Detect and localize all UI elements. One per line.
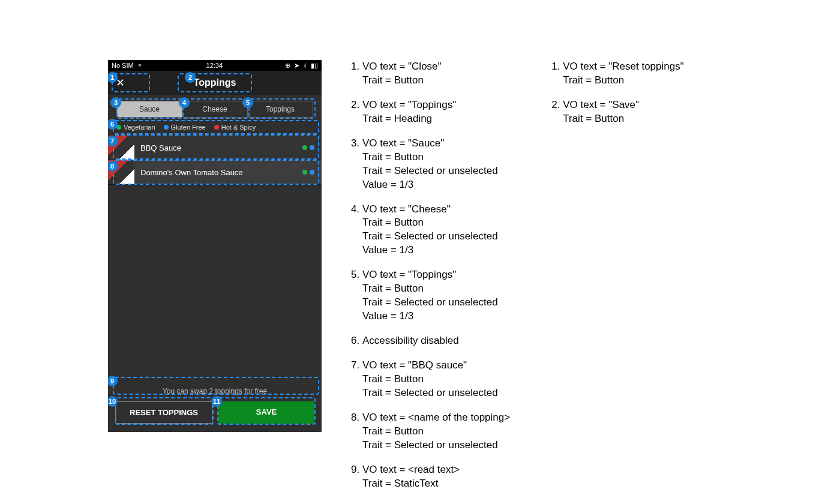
annotation-line: VO text = "Save": [563, 98, 684, 112]
annotation-item: VO text = "Reset toppings"Trait = Button: [563, 60, 684, 88]
callout-badge-2: 2: [185, 72, 196, 83]
annotation-line: VO text = "Toppings": [362, 98, 510, 112]
annotation-line: Trait = Button: [563, 74, 684, 88]
annotation-line: Trait = Selected or unselected: [362, 386, 510, 400]
annotation-line: Trait = Selected or unselected: [362, 230, 510, 244]
carrier-text: No SIM: [112, 62, 134, 69]
annotation-line: Trait = Selected or unselected: [362, 296, 510, 310]
annotation-line: Trait = Button: [362, 282, 510, 296]
annotation-line: Value = 1/3: [362, 310, 510, 323]
annotation-item: VO text = "Toppings"Trait = ButtonTrait …: [362, 268, 510, 323]
annotation-line: VO text = "Cheese": [362, 203, 510, 217]
annotation-line: Trait = Button: [362, 425, 510, 439]
annotation-line: VO text = "Reset toppings": [563, 60, 684, 74]
annotation-line: VO text = <read text>: [362, 463, 510, 477]
annotation-columns: VO text = "Close"Trait = ButtonVO text =…: [346, 60, 684, 501]
battery-icon: ▮▯: [311, 62, 318, 70]
annotation-item: VO text = "Cheese"Trait = ButtonTrait = …: [362, 203, 510, 258]
annotation-line: Trait = Heading: [362, 112, 510, 126]
annotation-item: Accessibility disabled: [362, 334, 510, 348]
annotation-line: Value = 1/3: [362, 178, 510, 192]
annotation-line: Trait = Selected or unselected: [362, 439, 510, 452]
annotation-line: Value = 1/3: [362, 244, 510, 257]
annotation-line: Trait = Selected or unselected: [362, 164, 510, 178]
annotation-line: Trait = Button: [362, 74, 510, 88]
clock: 12:34: [206, 62, 223, 69]
status-bar: No SIM ᯤ 12:34 ⊕ ➤ ᚼ ▮▯: [108, 60, 322, 71]
annotation-line: VO text = "Sauce": [362, 137, 510, 151]
callout-badge-11: 11: [211, 396, 222, 407]
annotation-line: Trait = Button: [362, 151, 510, 164]
annotation-line: Trait = StaticText: [362, 477, 510, 491]
annotation-line: Trait = Button: [362, 216, 510, 230]
annotation-line: VO text = "Toppings": [362, 268, 510, 282]
annotation-item: VO text = "BBQ sauce"Trait = ButtonTrait…: [362, 359, 510, 400]
callout-badge-3: 3: [110, 97, 121, 108]
annotation-item: VO text = <read text>Trait = StaticText: [362, 463, 510, 491]
annotation-item: VO text = "Save"Trait = Button: [563, 98, 684, 126]
annotation-line: Trait = Button: [362, 373, 510, 386]
annotation-item: VO text = "Sauce"Trait = ButtonTrait = S…: [362, 137, 510, 192]
annotation-line: Accessibility disabled: [362, 334, 510, 348]
annotation-item: VO text = "Toppings"Trait = Heading: [362, 98, 510, 126]
location-icon: ➤: [294, 62, 299, 70]
wifi-icon: ᯤ: [137, 62, 144, 69]
annotation-line: Trait = Button: [563, 112, 684, 126]
alarm-icon: ⊕: [285, 62, 290, 70]
annotation-line: VO text = "Close": [362, 60, 510, 74]
callout-badge-5: 5: [242, 97, 253, 108]
annotation-item: VO text = <name of the topping>Trait = B…: [362, 411, 510, 452]
annotation-line: VO text = <name of the topping>: [362, 411, 510, 425]
annotation-item: VO text = "Close"Trait = Button: [362, 60, 510, 88]
annotation-line: VO text = "BBQ sauce": [362, 359, 510, 373]
phone-mock: 1 2 3 4 5 6 7 8 9 10 11 No SIM ᯤ 12:34 ⊕…: [108, 60, 322, 432]
callout-badge-4: 4: [179, 97, 190, 108]
bluetooth-icon: ᚼ: [303, 62, 307, 69]
